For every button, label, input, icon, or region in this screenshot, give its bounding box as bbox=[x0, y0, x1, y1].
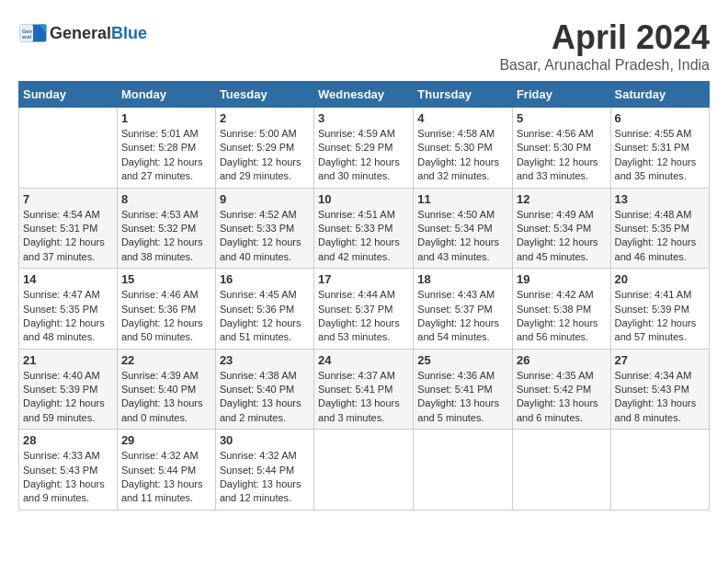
day-number: 29 bbox=[121, 433, 211, 447]
day-info: Sunrise: 4:55 AM Sunset: 5:31 PM Dayligh… bbox=[615, 127, 705, 184]
day-info: Sunrise: 4:50 AM Sunset: 5:34 PM Dayligh… bbox=[417, 208, 508, 265]
day-number: 18 bbox=[417, 272, 508, 286]
day-info: Sunrise: 4:45 AM Sunset: 5:36 PM Dayligh… bbox=[220, 288, 310, 345]
calendar-cell: 16Sunrise: 4:45 AM Sunset: 5:36 PM Dayli… bbox=[215, 269, 313, 350]
calendar-subtitle: Basar, Arunachal Pradesh, India bbox=[499, 57, 710, 74]
day-number: 25 bbox=[417, 353, 508, 367]
column-header-wednesday: Wednesday bbox=[314, 82, 414, 108]
day-info: Sunrise: 4:34 AM Sunset: 5:43 PM Dayligh… bbox=[615, 369, 705, 426]
calendar-cell: 25Sunrise: 4:36 AM Sunset: 5:41 PM Dayli… bbox=[414, 349, 513, 430]
day-number: 30 bbox=[220, 433, 310, 447]
day-info: Sunrise: 4:32 AM Sunset: 5:44 PM Dayligh… bbox=[121, 449, 211, 506]
week-row-2: 7Sunrise: 4:54 AM Sunset: 5:31 PM Daylig… bbox=[19, 188, 710, 269]
day-info: Sunrise: 4:44 AM Sunset: 5:37 PM Dayligh… bbox=[318, 288, 409, 345]
calendar-cell: 10Sunrise: 4:51 AM Sunset: 5:33 PM Dayli… bbox=[314, 188, 414, 269]
day-number: 27 bbox=[615, 353, 705, 367]
calendar-cell: 17Sunrise: 4:44 AM Sunset: 5:37 PM Dayli… bbox=[314, 269, 414, 350]
logo-blue-text: Blue bbox=[111, 24, 147, 42]
day-info: Sunrise: 4:39 AM Sunset: 5:40 PM Dayligh… bbox=[121, 369, 211, 426]
week-row-1: 1Sunrise: 5:01 AM Sunset: 5:28 PM Daylig… bbox=[19, 108, 710, 189]
calendar-cell: 24Sunrise: 4:37 AM Sunset: 5:41 PM Dayli… bbox=[314, 349, 414, 430]
day-info: Sunrise: 4:48 AM Sunset: 5:35 PM Dayligh… bbox=[615, 208, 705, 265]
week-row-4: 21Sunrise: 4:40 AM Sunset: 5:39 PM Dayli… bbox=[19, 349, 710, 430]
column-header-saturday: Saturday bbox=[610, 82, 709, 108]
calendar-cell: 20Sunrise: 4:41 AM Sunset: 5:39 PM Dayli… bbox=[610, 269, 709, 350]
column-header-sunday: Sunday bbox=[19, 82, 118, 108]
calendar-table: SundayMondayTuesdayWednesdayThursdayFrid… bbox=[18, 81, 710, 511]
day-number: 17 bbox=[318, 272, 409, 286]
column-header-friday: Friday bbox=[512, 82, 610, 108]
calendar-cell: 8Sunrise: 4:53 AM Sunset: 5:32 PM Daylig… bbox=[117, 188, 215, 269]
day-number: 10 bbox=[318, 192, 409, 206]
column-header-thursday: Thursday bbox=[414, 82, 513, 108]
day-number: 21 bbox=[23, 353, 113, 367]
day-info: Sunrise: 4:36 AM Sunset: 5:41 PM Dayligh… bbox=[417, 369, 508, 426]
day-number: 3 bbox=[318, 111, 409, 125]
calendar-cell: 29Sunrise: 4:32 AM Sunset: 5:44 PM Dayli… bbox=[117, 430, 215, 511]
calendar-cell: 9Sunrise: 4:52 AM Sunset: 5:33 PM Daylig… bbox=[215, 188, 313, 269]
day-info: Sunrise: 5:01 AM Sunset: 5:28 PM Dayligh… bbox=[121, 127, 211, 184]
day-number: 4 bbox=[417, 111, 508, 125]
calendar-cell: 26Sunrise: 4:35 AM Sunset: 5:42 PM Dayli… bbox=[512, 349, 610, 430]
day-info: Sunrise: 4:51 AM Sunset: 5:33 PM Dayligh… bbox=[318, 208, 409, 265]
calendar-cell: 7Sunrise: 4:54 AM Sunset: 5:31 PM Daylig… bbox=[19, 188, 118, 269]
calendar-cell: 28Sunrise: 4:33 AM Sunset: 5:43 PM Dayli… bbox=[19, 430, 118, 511]
day-number: 20 bbox=[615, 272, 705, 286]
logo: Gen eral GeneralBlue bbox=[18, 18, 147, 48]
calendar-cell bbox=[19, 108, 118, 189]
day-number: 2 bbox=[220, 111, 310, 125]
column-header-monday: Monday bbox=[117, 82, 215, 108]
day-number: 26 bbox=[517, 353, 607, 367]
svg-text:Gen: Gen bbox=[22, 29, 32, 34]
day-number: 24 bbox=[318, 353, 409, 367]
calendar-cell: 6Sunrise: 4:55 AM Sunset: 5:31 PM Daylig… bbox=[610, 108, 709, 189]
calendar-title: April 2024 bbox=[499, 18, 710, 57]
day-number: 19 bbox=[517, 272, 607, 286]
day-number: 7 bbox=[23, 192, 113, 206]
day-number: 6 bbox=[615, 111, 705, 125]
day-number: 12 bbox=[517, 192, 607, 206]
calendar-cell: 21Sunrise: 4:40 AM Sunset: 5:39 PM Dayli… bbox=[19, 349, 118, 430]
calendar-cell bbox=[314, 430, 414, 511]
calendar-cell: 23Sunrise: 4:38 AM Sunset: 5:40 PM Dayli… bbox=[215, 349, 313, 430]
logo-icon: Gen eral bbox=[18, 18, 48, 48]
day-number: 11 bbox=[417, 192, 508, 206]
logo-general-text: General bbox=[50, 24, 111, 42]
day-number: 5 bbox=[517, 111, 607, 125]
calendar-cell: 14Sunrise: 4:47 AM Sunset: 5:35 PM Dayli… bbox=[19, 269, 118, 350]
day-info: Sunrise: 4:37 AM Sunset: 5:41 PM Dayligh… bbox=[318, 369, 409, 426]
day-info: Sunrise: 4:40 AM Sunset: 5:39 PM Dayligh… bbox=[23, 369, 113, 426]
calendar-cell: 12Sunrise: 4:49 AM Sunset: 5:34 PM Dayli… bbox=[512, 188, 610, 269]
day-info: Sunrise: 4:59 AM Sunset: 5:29 PM Dayligh… bbox=[318, 127, 409, 184]
day-number: 23 bbox=[220, 353, 310, 367]
day-info: Sunrise: 4:53 AM Sunset: 5:32 PM Dayligh… bbox=[121, 208, 211, 265]
day-number: 22 bbox=[121, 353, 211, 367]
day-number: 13 bbox=[615, 192, 705, 206]
day-info: Sunrise: 4:35 AM Sunset: 5:42 PM Dayligh… bbox=[517, 369, 607, 426]
calendar-cell: 22Sunrise: 4:39 AM Sunset: 5:40 PM Dayli… bbox=[117, 349, 215, 430]
day-number: 9 bbox=[220, 192, 310, 206]
day-info: Sunrise: 4:42 AM Sunset: 5:38 PM Dayligh… bbox=[517, 288, 607, 345]
calendar-cell: 30Sunrise: 4:32 AM Sunset: 5:44 PM Dayli… bbox=[215, 430, 313, 511]
calendar-cell: 5Sunrise: 4:56 AM Sunset: 5:30 PM Daylig… bbox=[512, 108, 610, 189]
calendar-cell: 13Sunrise: 4:48 AM Sunset: 5:35 PM Dayli… bbox=[610, 188, 709, 269]
day-number: 16 bbox=[220, 272, 310, 286]
calendar-cell: 1Sunrise: 5:01 AM Sunset: 5:28 PM Daylig… bbox=[117, 108, 215, 189]
calendar-cell: 27Sunrise: 4:34 AM Sunset: 5:43 PM Dayli… bbox=[610, 349, 709, 430]
day-info: Sunrise: 4:54 AM Sunset: 5:31 PM Dayligh… bbox=[23, 208, 113, 265]
calendar-cell: 11Sunrise: 4:50 AM Sunset: 5:34 PM Dayli… bbox=[414, 188, 513, 269]
week-row-3: 14Sunrise: 4:47 AM Sunset: 5:35 PM Dayli… bbox=[19, 269, 710, 350]
svg-text:eral: eral bbox=[22, 34, 31, 40]
day-number: 8 bbox=[121, 192, 211, 206]
day-info: Sunrise: 4:49 AM Sunset: 5:34 PM Dayligh… bbox=[517, 208, 607, 265]
day-info: Sunrise: 4:33 AM Sunset: 5:43 PM Dayligh… bbox=[23, 449, 113, 506]
calendar-cell: 15Sunrise: 4:46 AM Sunset: 5:36 PM Dayli… bbox=[117, 269, 215, 350]
day-info: Sunrise: 4:58 AM Sunset: 5:30 PM Dayligh… bbox=[417, 127, 508, 184]
day-number: 15 bbox=[121, 272, 211, 286]
day-info: Sunrise: 4:46 AM Sunset: 5:36 PM Dayligh… bbox=[121, 288, 211, 345]
column-header-tuesday: Tuesday bbox=[215, 82, 313, 108]
day-info: Sunrise: 4:47 AM Sunset: 5:35 PM Dayligh… bbox=[23, 288, 113, 345]
calendar-cell: 4Sunrise: 4:58 AM Sunset: 5:30 PM Daylig… bbox=[414, 108, 513, 189]
day-info: Sunrise: 5:00 AM Sunset: 5:29 PM Dayligh… bbox=[220, 127, 310, 184]
day-number: 1 bbox=[121, 111, 211, 125]
